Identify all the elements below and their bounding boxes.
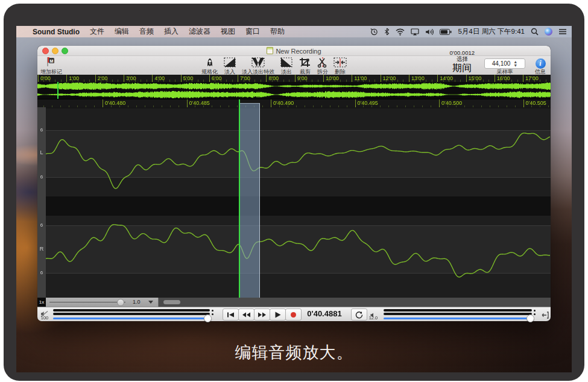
- ruler-label: 0'40.480: [105, 100, 125, 106]
- menu-item-filter[interactable]: 滤波器: [189, 27, 210, 37]
- play-icon: [274, 312, 281, 318]
- menu-item-window[interactable]: 窗口: [245, 27, 260, 37]
- main-waveform-canvas[interactable]: [46, 107, 551, 298]
- scrollbar-thumb[interactable]: [163, 300, 180, 304]
- play-button[interactable]: [270, 308, 286, 321]
- selection-region[interactable]: [239, 103, 260, 298]
- volume-thumb-left[interactable]: [204, 315, 212, 322]
- menu-item-view[interactable]: 视图: [221, 27, 235, 37]
- ruler-major-tick: [323, 75, 324, 82]
- chevron-down-icon[interactable]: [148, 301, 153, 304]
- loop-button[interactable]: [351, 308, 367, 321]
- ruler-major-tick: [95, 75, 96, 82]
- ruler-label: 11'00: [354, 75, 367, 81]
- tool-fade-in[interactable]: 淡入: [223, 56, 236, 75]
- ruler-label: 12'00: [383, 75, 396, 81]
- record-button[interactable]: [285, 308, 302, 321]
- waveform-edit-area[interactable]: 6 L 6 6 R 6: [37, 107, 551, 298]
- ruler-major-tick: [209, 75, 210, 82]
- horizontal-scrollbar[interactable]: [159, 298, 551, 307]
- zoom-value: 1.0: [133, 299, 141, 305]
- menu-item-audio[interactable]: 音频: [139, 27, 154, 37]
- overview-waveform-canvas[interactable]: [37, 82, 551, 99]
- zoom-level-tab[interactable]: 1x: [37, 298, 46, 307]
- menubar-clock[interactable]: 5月4日 周六 下午9:41: [458, 27, 525, 36]
- ruler-label: 0'40.490: [273, 100, 294, 106]
- ruler-label: 0'40.500: [441, 100, 462, 106]
- ruler-label: 17'00: [525, 75, 539, 81]
- db-label: 6: [37, 174, 46, 180]
- menu-app-name[interactable]: Sound Studio: [33, 28, 80, 36]
- tool-fade-in-out[interactable]: 淡入淡出特效: [242, 56, 274, 75]
- volume-icon[interactable]: [425, 28, 434, 36]
- menu-bar: Sound Studio 文件 编辑 音频 插入 滤波器 视图 窗口 帮助 5月…: [16, 26, 572, 37]
- overview-playhead[interactable]: [57, 82, 58, 99]
- ruler-label: 8'00: [268, 75, 279, 81]
- tool-crop[interactable]: 裁剪: [299, 56, 312, 75]
- battery-icon[interactable]: [440, 29, 452, 35]
- ruler-label: 14'00: [440, 75, 453, 81]
- overview-time-ruler[interactable]: 0'001'002'003'004'005'006'007'008'009'00…: [37, 75, 551, 82]
- tool-fade-out[interactable]: 淡出: [280, 56, 293, 75]
- volume-right-value: 12.0: [367, 315, 380, 321]
- db-label: 6: [37, 127, 46, 133]
- notification-center-icon[interactable]: [558, 28, 567, 35]
- ruler-label: 0'40.505: [526, 100, 546, 106]
- add-marker-button[interactable]: M 增加标记: [40, 56, 62, 75]
- zoom-slider-track[interactable]: [49, 302, 125, 302]
- info-control: i 信息: [535, 56, 546, 75]
- ruler-label: 2'00: [98, 75, 108, 81]
- sample-rate-select[interactable]: 44,100 ▲▼: [484, 58, 525, 69]
- stepper-arrows-icon[interactable]: ▲▼: [513, 60, 517, 67]
- volume-slider-right[interactable]: [384, 318, 533, 319]
- ruler-label: 13'00: [411, 75, 425, 81]
- ruler-major-tick: [439, 99, 440, 108]
- selection-duration-display: 0'00.0012 选择 期间: [450, 56, 475, 75]
- fast-forward-button[interactable]: [254, 308, 270, 321]
- ruler-major-tick: [523, 75, 523, 82]
- volume-left-value: 100: [38, 315, 51, 321]
- zoomed-time-ruler[interactable]: 0'40.4800'40.4850'40.4900'40.4950'40.500…: [37, 99, 551, 108]
- ruler-label: 0'40.495: [358, 100, 378, 106]
- menu-item-insert[interactable]: 插入: [164, 27, 179, 37]
- zoom-slider-thumb[interactable]: [117, 299, 124, 306]
- tool-split[interactable]: 拆分: [317, 56, 328, 75]
- punch-in-icon[interactable]: [542, 310, 549, 321]
- rewind-button[interactable]: [238, 308, 254, 321]
- volume-thumb-right[interactable]: [526, 315, 534, 322]
- go-to-start-button[interactable]: [223, 308, 239, 321]
- record-icon: [291, 312, 296, 318]
- menu-item-file[interactable]: 文件: [90, 27, 104, 37]
- volume-slider-left[interactable]: [53, 318, 211, 319]
- menu-item-edit[interactable]: 编辑: [115, 27, 129, 37]
- desktop-wallpaper: Sound Studio 文件 编辑 音频 插入 滤波器 视图 窗口 帮助 5月…: [16, 26, 572, 372]
- overview-waveform[interactable]: [37, 82, 551, 99]
- tool-normalize[interactable]: 规格化: [201, 56, 218, 75]
- ruler-major-tick: [152, 75, 153, 82]
- wifi-icon[interactable]: [396, 28, 405, 36]
- meter-bar: [53, 313, 210, 315]
- split-scissors-icon: [317, 57, 328, 68]
- playhead[interactable]: [239, 99, 240, 298]
- transport-bar: 100 0'40.4881: [37, 307, 551, 321]
- bluetooth-icon[interactable]: [384, 28, 390, 36]
- document-proxy-icon: [267, 47, 273, 54]
- siri-icon[interactable]: [545, 28, 552, 36]
- ruler-major-tick: [181, 75, 182, 82]
- duration-label: 期间: [452, 62, 472, 75]
- ruler-label: 6'00: [212, 75, 222, 81]
- menu-item-help[interactable]: 帮助: [270, 27, 285, 37]
- tool-delete[interactable]: 删除: [334, 56, 347, 75]
- ruler-major-tick: [295, 75, 296, 82]
- ruler-major-tick: [271, 99, 271, 108]
- zoom-scroll-row: 1x 1.0: [37, 298, 551, 307]
- fade-in-icon: [223, 57, 236, 68]
- airplay-display-icon[interactable]: [411, 28, 419, 36]
- time-machine-icon[interactable]: [370, 28, 378, 36]
- spotlight-icon[interactable]: [531, 28, 539, 36]
- info-button[interactable]: i: [536, 58, 546, 69]
- channel-gutter: 6 L 6 6 R 6: [37, 107, 46, 298]
- ruler-major-tick: [266, 75, 267, 82]
- ruler-label: 4'00: [154, 75, 165, 81]
- ruler-label: 15'00: [469, 75, 482, 81]
